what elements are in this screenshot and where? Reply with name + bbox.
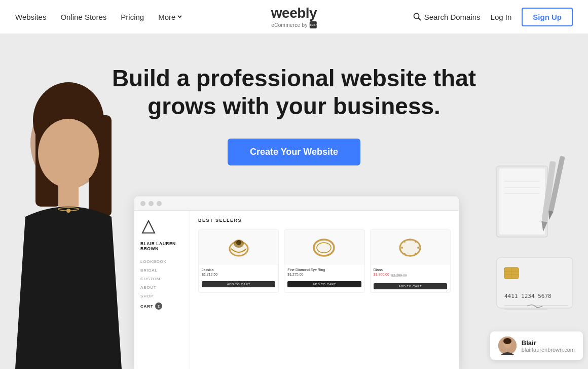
cart-badge: 2: [155, 303, 162, 310]
window-dot-1: [140, 201, 145, 206]
ring-icon-1: [226, 233, 251, 261]
product-name-1: Jessica: [202, 268, 275, 272]
svg-rect-29: [499, 169, 545, 234]
brand-logo-icon: [140, 219, 157, 235]
svg-point-20: [409, 239, 411, 241]
svg-point-22: [417, 247, 419, 249]
brand-name: BLAIR LAUREN BROWN: [140, 241, 183, 251]
hero-section: Build a professional website that grows …: [0, 34, 588, 369]
products-grid: Jessica $1,712.50 ADD TO CART: [198, 229, 451, 293]
product-info-1: Jessica $1,712.50 ADD TO CART: [199, 265, 278, 290]
svg-point-6: [38, 119, 99, 188]
product-name-2: Fine Diamond Eye Ring: [287, 268, 361, 272]
add-to-cart-2[interactable]: ADD TO CART: [287, 281, 361, 287]
create-website-button[interactable]: Create Your Website: [228, 139, 360, 165]
window-dot-3: [157, 201, 162, 206]
product-image-1: [199, 229, 278, 265]
product-info-2: Fine Diamond Eye Ring $1,275.00 ADD TO C…: [284, 265, 364, 290]
person-silhouette: [0, 75, 152, 369]
product-image-2: [284, 229, 364, 265]
person-image: [0, 75, 152, 369]
svg-marker-10: [142, 221, 155, 233]
svg-point-17: [314, 240, 334, 256]
navbar: Websites Online Stores Pricing More weeb…: [0, 0, 588, 34]
blair-url: blairlaurenbrown.com: [522, 347, 575, 353]
svg-text:4411 1234 5678: 4411 1234 5678: [504, 293, 552, 299]
ring-icon-3: [396, 233, 424, 261]
sidebar-shop: SHOP: [140, 294, 183, 298]
svg-point-14: [236, 240, 241, 245]
sidebar-lookbook: LOOKBOOK: [140, 259, 183, 264]
blair-name: Blair: [522, 339, 575, 347]
svg-point-9: [66, 209, 70, 213]
mockup-nav: LOOKBOOK BRIDAL CUSTOM ABOUT SHOP CART 2: [140, 259, 183, 310]
best-sellers-title: BEST SELLERS: [198, 218, 451, 223]
svg-point-25: [403, 253, 406, 255]
product-name-3: Diana: [374, 268, 447, 272]
window-dot-2: [149, 201, 154, 206]
blair-avatar: [498, 337, 517, 355]
ring-icon-2: [310, 233, 338, 261]
svg-point-26: [401, 247, 403, 249]
nav-left: Websites Online Stores Pricing More: [15, 13, 180, 21]
mockup-body: BLAIR LAUREN BROWN LOOKBOOK BRIDAL CUSTO…: [134, 211, 459, 369]
logo-text: weebly: [271, 5, 317, 21]
illustration-right: 4411 1234 5678: [487, 156, 588, 339]
chevron-down-icon: [178, 14, 182, 18]
add-to-cart-3[interactable]: ADD TO CART: [374, 283, 447, 289]
mockup-titlebar: [134, 196, 459, 211]
logo-sub: eCommerce by Square: [271, 21, 317, 28]
add-to-cart-1[interactable]: ADD TO CART: [202, 281, 275, 287]
blair-avatar-icon: [498, 337, 517, 355]
nav-right: Search Domains Log In Sign Up: [413, 8, 573, 26]
sidebar-cart: CART 2: [140, 303, 183, 310]
product-price-1: $1,712.50: [202, 273, 275, 276]
svg-rect-37: [497, 257, 573, 308]
signup-button[interactable]: Sign Up: [522, 8, 573, 26]
product-info-3: Diana $1,900.00 $2,299.00 ADD TO CART: [371, 265, 450, 292]
svg-line-1: [418, 18, 420, 20]
sidebar-about: ABOUT: [140, 285, 183, 290]
svg-point-23: [415, 253, 417, 255]
logo: weebly eCommerce by Square: [271, 5, 317, 28]
search-domains-btn[interactable]: Search Domains: [413, 13, 481, 21]
product-price-2: $1,275.00: [287, 273, 361, 276]
svg-point-21: [415, 241, 417, 243]
square-icon: Square: [310, 21, 317, 28]
notebook-illustration: 4411 1234 5678: [487, 156, 588, 339]
product-card-3: Diana $1,900.00 $2,299.00 ADD TO CART: [370, 229, 451, 293]
nav-pricing[interactable]: Pricing: [121, 13, 144, 21]
svg-point-47: [503, 338, 511, 344]
nav-more[interactable]: More: [158, 13, 180, 21]
blair-info-card: Blair blairlaurenbrown.com: [490, 331, 583, 360]
product-card-2: Fine Diamond Eye Ring $1,275.00 ADD TO C…: [284, 229, 364, 293]
svg-rect-7: [58, 181, 79, 207]
blair-text: Blair blairlaurenbrown.com: [522, 339, 575, 353]
nav-online-stores[interactable]: Online Stores: [60, 13, 106, 21]
product-old-price-3: $2,299.00: [391, 274, 407, 277]
nav-websites[interactable]: Websites: [15, 13, 46, 21]
search-icon: [413, 13, 421, 21]
product-card-1: Jessica $1,712.50 ADD TO CART: [198, 229, 279, 293]
mockup-sidebar: BLAIR LAUREN BROWN LOOKBOOK BRIDAL CUSTO…: [134, 211, 190, 369]
svg-point-24: [409, 255, 411, 257]
login-link[interactable]: Log In: [491, 13, 512, 21]
product-image-3: [371, 229, 450, 265]
mockup-window: BLAIR LAUREN BROWN LOOKBOOK BRIDAL CUSTO…: [134, 196, 459, 369]
sidebar-custom: CUSTOM: [140, 277, 183, 281]
product-sale-price-3: $1,900.00: [374, 273, 389, 276]
mockup-content: BEST SELLERS: [190, 211, 459, 369]
sidebar-bridal: BRIDAL: [140, 268, 183, 273]
svg-point-27: [403, 241, 406, 243]
